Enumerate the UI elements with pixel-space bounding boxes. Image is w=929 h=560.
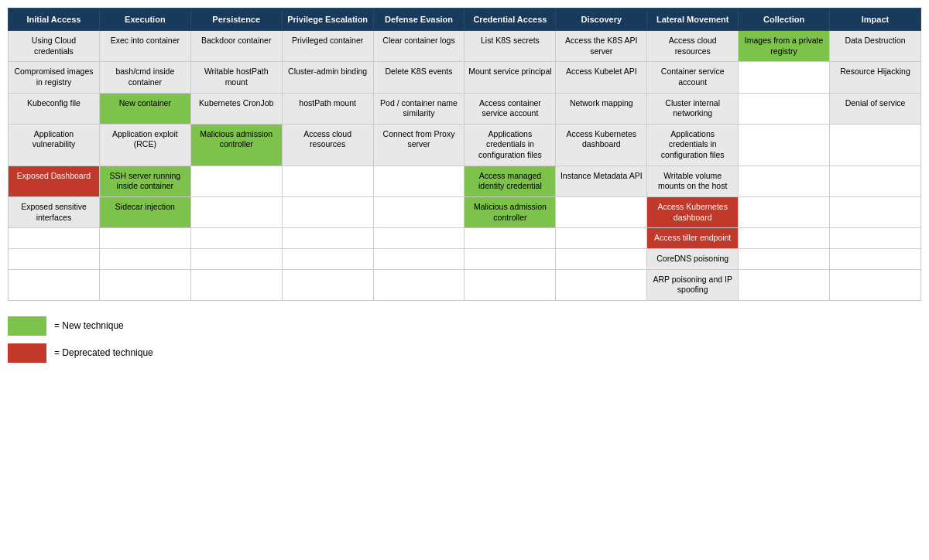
- table-cell: Using Cloud credentials: [9, 31, 100, 62]
- attack-matrix-table: Initial AccessExecutionPersistencePrivil…: [8, 8, 921, 301]
- table-row: Exposed DashboardSSH server running insi…: [9, 166, 921, 196]
- table-cell: Instance Metadata API: [556, 166, 647, 196]
- table-cell: [739, 62, 830, 93]
- table-cell: [9, 269, 100, 300]
- table-cell: [556, 228, 647, 249]
- table-row: ARP poisoning and IP spoofing: [9, 269, 921, 300]
- table-cell: Exposed Dashboard: [9, 166, 100, 196]
- table-row: Exposed sensitive interfacesSidecar inje…: [9, 197, 921, 228]
- table-cell: Malicious admission controller: [464, 197, 556, 228]
- table-cell: [739, 166, 830, 196]
- header-cell: Execution: [99, 9, 190, 31]
- table-cell: [373, 228, 464, 249]
- table-cell: Cluster internal networking: [647, 93, 739, 124]
- table-cell: Kubernetes CronJob: [190, 93, 282, 124]
- table-cell: [190, 197, 282, 228]
- table-row: Access tiller endpoint: [9, 228, 921, 249]
- table-cell: Connect from Proxy server: [373, 124, 464, 166]
- table-cell: [739, 248, 830, 269]
- table-cell: Denial of service: [830, 93, 921, 124]
- table-cell: [282, 197, 373, 228]
- table-cell: Resource Hijacking: [830, 62, 921, 93]
- table-cell: Backdoor container: [190, 31, 282, 62]
- table-cell: [373, 166, 464, 196]
- table-cell: Access cloud resources: [647, 31, 739, 62]
- table-cell: Privileged container: [282, 31, 373, 62]
- table-cell: Access tiller endpoint: [647, 228, 739, 249]
- matrix-container: Initial AccessExecutionPersistencePrivil…: [8, 8, 921, 363]
- table-cell: [556, 248, 647, 269]
- table-cell: [739, 93, 830, 124]
- table-cell: [830, 197, 921, 228]
- table-cell: [9, 248, 100, 269]
- table-cell: [282, 269, 373, 300]
- table-cell: [556, 197, 647, 228]
- table-cell: Container service account: [647, 62, 739, 93]
- table-cell: Access Kubernetes dashboard: [556, 124, 647, 166]
- table-cell: [99, 269, 190, 300]
- table-cell: [739, 269, 830, 300]
- table-cell: ARP poisoning and IP spoofing: [647, 269, 739, 300]
- legend-red-box: [8, 343, 46, 363]
- table-cell: Access cloud resources: [282, 124, 373, 166]
- table-cell: Data Destruction: [830, 31, 921, 62]
- table-cell: [99, 228, 190, 249]
- table-cell: Clear container logs: [373, 31, 464, 62]
- table-cell: Access container service account: [464, 93, 556, 124]
- table-cell: [373, 269, 464, 300]
- table-cell: Application exploit (RCE): [99, 124, 190, 166]
- table-row: Using Cloud credentialsExec into contain…: [9, 31, 921, 62]
- table-row: Compromised images in registrybash/cmd i…: [9, 62, 921, 93]
- header-cell: Lateral Movement: [647, 9, 739, 31]
- table-cell: [556, 269, 647, 300]
- table-cell: [282, 166, 373, 196]
- table-cell: [830, 228, 921, 249]
- table-cell: Access Kubelet API: [556, 62, 647, 93]
- header-cell: Initial Access: [9, 9, 100, 31]
- table-cell: Writable volume mounts on the host: [647, 166, 739, 196]
- table-cell: [830, 248, 921, 269]
- table-cell: Access managed identity credential: [464, 166, 556, 196]
- table-cell: [739, 228, 830, 249]
- table-cell: [9, 228, 100, 249]
- table-cell: [190, 269, 282, 300]
- header-cell: Privilege Escalation: [282, 9, 373, 31]
- table-cell: Mount service principal: [464, 62, 556, 93]
- table-cell: Writable hostPath mount: [190, 62, 282, 93]
- table-cell: Malicious admission controller: [190, 124, 282, 166]
- table-cell: [464, 228, 556, 249]
- table-cell: Compromised images in registry: [9, 62, 100, 93]
- table-cell: [830, 166, 921, 196]
- table-cell: Delete K8S events: [373, 62, 464, 93]
- table-cell: Images from a private registry: [739, 31, 830, 62]
- legend-new-label: = New technique: [54, 320, 124, 331]
- header-cell: Collection: [739, 9, 830, 31]
- table-cell: [739, 124, 830, 166]
- table-cell: bash/cmd inside container: [99, 62, 190, 93]
- header-row: Initial AccessExecutionPersistencePrivil…: [9, 9, 921, 31]
- table-cell: Pod / container name similarity: [373, 93, 464, 124]
- table-cell: [464, 269, 556, 300]
- table-row: CoreDNS poisoning: [9, 248, 921, 269]
- header-cell: Impact: [830, 9, 921, 31]
- table-cell: Cluster-admin binding: [282, 62, 373, 93]
- table-cell: [830, 124, 921, 166]
- header-cell: Persistence: [190, 9, 282, 31]
- table-cell: New container: [99, 93, 190, 124]
- table-cell: hostPath mount: [282, 93, 373, 124]
- legend-green-box: [8, 316, 46, 336]
- table-cell: [99, 248, 190, 269]
- table-cell: [190, 248, 282, 269]
- table-cell: [464, 248, 556, 269]
- header-cell: Defense Evasion: [373, 9, 464, 31]
- table-cell: List K8S secrets: [464, 31, 556, 62]
- legend-deprecated-label: = Deprecated technique: [54, 347, 153, 358]
- legend: = New technique = Deprecated technique: [8, 316, 921, 363]
- legend-new: = New technique: [8, 316, 921, 336]
- table-cell: Kubeconfig file: [9, 93, 100, 124]
- table-cell: Exposed sensitive interfaces: [9, 197, 100, 228]
- table-cell: Applications credentials in configuratio…: [647, 124, 739, 166]
- table-cell: Sidecar injection: [99, 197, 190, 228]
- table-cell: [830, 269, 921, 300]
- table-cell: CoreDNS poisoning: [647, 248, 739, 269]
